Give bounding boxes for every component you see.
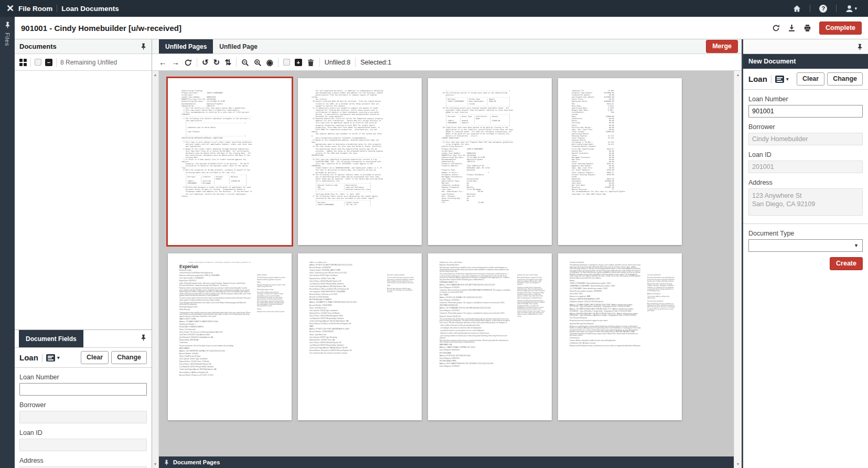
borrower-label: Borrower <box>748 123 863 131</box>
page-text-line: Date of Request: 07/16/2012 <box>440 287 511 289</box>
loan-selector-row: Loan ▾ Clear Change <box>15 348 152 368</box>
page-text-line: By law, we cannot disclose certain medic… <box>570 326 641 337</box>
page-text-line: Accounts in Good Standing <box>309 296 381 299</box>
page-text-line: Identification Number: 1 <box>179 324 251 326</box>
page-text-line: Credit Limit/Original Amount: $10,355 Hi… <box>309 321 381 323</box>
page-text-column: Personal InformationThe following inform… <box>570 262 641 417</box>
create-button[interactable]: Create <box>830 257 863 270</box>
rotate-right-button[interactable]: ↻ <box>213 58 220 66</box>
tab-unfiled-page[interactable]: Unfiled Page <box>213 39 264 54</box>
page-thumbnail-6[interactable]: MAIN COLL AGENCIESAddress: PO BOX 123, A… <box>298 253 422 420</box>
page-text-line: Date of Request: 07/18/2012 <box>440 366 511 368</box>
page-thumbnail-5[interactable]: Sample Credit Report | Free Annual Credi… <box>168 253 292 420</box>
divider <box>42 354 42 362</box>
zoom-out-button[interactable] <box>241 58 249 67</box>
pin-icon[interactable] <box>140 334 147 341</box>
page-text-line: Date Filed: 10/15/2011 Claim Amount: $20… <box>179 334 251 336</box>
scroll-down-button[interactable]: ▼ <box>154 462 157 466</box>
page-thumbnail-7[interactable]: Requests for Your Credit HistoryRequests… <box>428 253 552 420</box>
selected-count: Selected:1 <box>360 59 391 66</box>
page-text-line: Address: 191 W MAIN AVE STE 100, INTOWN … <box>440 307 511 310</box>
page-text-line: Address: 100 CENTER RD, BUFFALO NY 14203… <box>179 350 251 353</box>
complete-button[interactable]: Complete <box>819 22 862 35</box>
page-text-line: Navigate through the sections of your cr… <box>257 284 285 288</box>
page-thumbnail-3[interactable]: |---------------------------------------… <box>428 78 552 245</box>
change-button[interactable]: Change <box>827 72 863 86</box>
page-text-line: Date Opened: 03/1997 Type: Revolving <box>309 337 381 339</box>
loan-list-icon[interactable] <box>46 354 55 361</box>
scroll-up-button[interactable]: ▲ <box>154 73 157 77</box>
remaining-unfiled-text: 8 Remaining Unfiled <box>60 59 117 66</box>
page-thumbnail-4[interactable]: Combined LTV: 76.90%Original Loan Amount… <box>558 78 682 245</box>
page-text-line: Date Opened: 10/2011 Type: Installment <box>179 358 251 360</box>
help-button[interactable]: ? <box>815 5 832 13</box>
loan-number-input[interactable]: 901001 <box>748 105 863 118</box>
page-text-line: Plaintiff: ANY COMMISSIONER I/C <box>179 326 251 328</box>
pin-icon[interactable] <box>4 22 11 28</box>
loan-entity-label: Loan <box>748 75 767 83</box>
left-scrollbar[interactable]: ▲ ▼ <box>152 71 159 468</box>
back-button[interactable]: ← <box>159 58 167 66</box>
divider <box>30 58 31 67</box>
page-text-line: Reported Since: 04/2012 Terms: NA <box>309 278 381 280</box>
page-thumbnail-2[interactable]: For self-employed borrowers, in addition… <box>298 78 422 245</box>
page-text-line: Social Security number variations: 99999… <box>570 291 641 293</box>
page-text-line: HOMESALE REALTY CO <box>440 282 511 284</box>
page-thumbnail-1[interactable]: Underwriting FindingsPrimary Borrower: J… <box>168 78 292 245</box>
fit-target-button[interactable]: ◉ <box>266 58 273 66</box>
page-text-line: Potentially negative items: <box>257 289 285 291</box>
merge-button[interactable]: Merge <box>706 40 738 53</box>
clear-button[interactable]: Clear <box>81 351 109 364</box>
user-menu-button[interactable]: ▾ <box>841 5 862 13</box>
right-scrollbar[interactable]: ▲ ▼ <box>734 71 742 468</box>
delete-page-button[interactable] <box>307 58 315 67</box>
document-pages-bar[interactable]: Document Pages <box>159 456 734 468</box>
collapse-all-button[interactable]: − <box>45 59 52 66</box>
clear-button[interactable]: Clear <box>797 72 824 86</box>
download-button[interactable] <box>788 23 796 33</box>
page-text-line: Last Reported: 04/2012 Responsibility: I… <box>179 366 251 368</box>
loan-number-input[interactable] <box>19 383 147 396</box>
page-text-line: - Experian or other credit reporting age… <box>440 333 511 335</box>
print-button[interactable] <box>803 23 811 33</box>
page-text-line: - other creditors who want to offer you … <box>440 325 511 327</box>
sidebar-tab-files[interactable]: Files <box>4 33 10 46</box>
refresh-button[interactable] <box>184 58 192 67</box>
rotate-left-button[interactable]: ↺ <box>202 58 209 66</box>
pin-icon[interactable] <box>856 42 863 51</box>
tab-document-fields[interactable]: Document Fields <box>19 330 83 347</box>
chevron-down-icon: ▾ <box>854 6 857 11</box>
change-button[interactable]: Change <box>111 351 147 364</box>
loan-list-icon[interactable] <box>775 76 784 83</box>
experian-logo: Experian <box>179 266 251 268</box>
page-text-line: Status: Civil claim paid. <box>179 329 251 331</box>
sort-button[interactable]: ⇅ <box>224 58 231 66</box>
tab-unfiled-pages[interactable]: Unfiled Pages <box>159 39 213 54</box>
page-text-line: Address: 999 HIGH DRIVE APT 15B, ANYTOWN… <box>570 313 641 317</box>
scroll-up-button[interactable]: ▲ <box>736 73 740 77</box>
page-text-line: Credit grantors may carefully review the… <box>179 312 251 318</box>
page-text-line: Status: <box>257 309 285 310</box>
scroll-down-button[interactable]: ▼ <box>736 462 740 466</box>
page-text-line: - your existing creditors to monitor you… <box>440 335 511 339</box>
pin-icon[interactable] <box>140 43 147 50</box>
add-page-button[interactable]: + <box>295 59 302 66</box>
select-all-checkbox[interactable] <box>35 59 41 66</box>
document-type-select[interactable]: ▼ <box>748 239 863 252</box>
home-button[interactable] <box>788 5 806 13</box>
borrower-label: Borrower <box>19 401 147 409</box>
unfiled-pages-canvas: Underwriting FindingsPrimary Borrower: J… <box>159 71 734 456</box>
page-text-line: Date Resolved: 03/04/2012 Liability Amou… <box>179 337 251 339</box>
page-text-line: - an employer who wishes to extend an of… <box>440 327 511 329</box>
refresh-button[interactable] <box>772 23 780 33</box>
grid-view-icon[interactable] <box>19 59 27 66</box>
page-text-line: | JOHN H HOMEOWNER | 791 781 767 | <box>312 204 417 206</box>
zoom-in-button[interactable] <box>254 58 262 67</box>
select-pages-checkbox[interactable] <box>283 59 290 66</box>
page-text-line: Type: <box>387 285 415 286</box>
page-thumbnail-8[interactable]: Personal InformationThe following inform… <box>558 253 682 420</box>
forward-button[interactable]: → <box>172 58 179 66</box>
page-text-line: Account Number: 0123456789 <box>309 267 381 269</box>
page-text-line: Spouse or co-applicant: JANE <box>570 296 641 298</box>
page-text-line: Requests for Your Credit History <box>440 262 511 264</box>
